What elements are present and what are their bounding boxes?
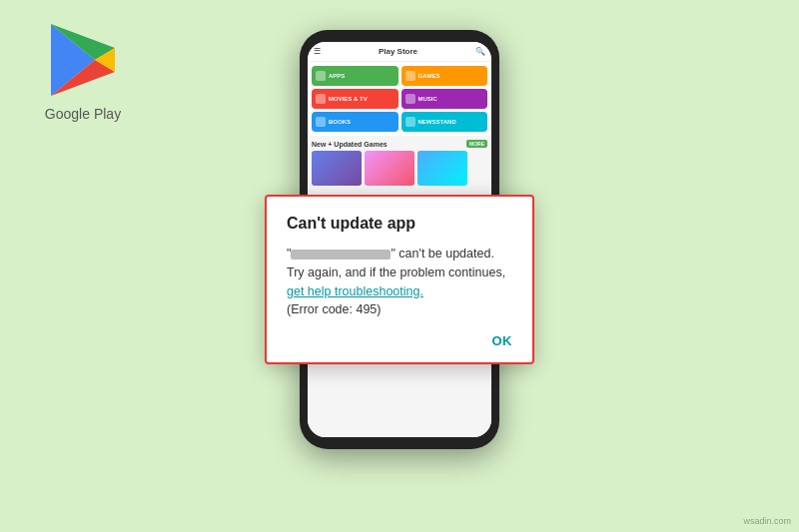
hamburger-icon: ☰ <box>314 47 321 56</box>
games-tile-label: GAMES <box>418 73 440 79</box>
newsstand-tile[interactable]: NEWSSTAND <box>401 112 488 132</box>
game-thumbnails <box>312 151 487 186</box>
more-button[interactable]: MORE <box>466 140 487 148</box>
movies-tile-icon <box>316 94 326 104</box>
error-code: (Error code: 495) <box>287 302 381 316</box>
music-tile-label: MUSIC <box>418 96 437 102</box>
books-tile-icon <box>316 117 326 127</box>
newsstand-tile-label: NEWSSTAND <box>418 119 456 125</box>
game-thumb-3 <box>417 151 467 186</box>
books-tile[interactable]: BOOKS <box>312 112 399 132</box>
google-play-label: Google Play <box>45 106 121 122</box>
dialog-title: Can't update app <box>287 215 512 233</box>
movies-tile-label: MOVIES & TV <box>329 96 368 102</box>
music-tile[interactable]: MUSIC <box>401 89 488 109</box>
dialog-actions: OK <box>287 333 512 348</box>
new-games-title: New + Updated Games <box>312 141 388 148</box>
books-tile-label: BOOKS <box>329 119 351 125</box>
game-thumb-2 <box>365 151 414 186</box>
movies-tile[interactable]: MOVIES & TV <box>312 89 399 109</box>
dialog-body: "" can't be updated. Try again, and if t… <box>287 245 512 319</box>
app-name-placeholder <box>291 250 391 260</box>
apps-tile-icon <box>316 71 326 81</box>
new-games-header: New + Updated Games MORE <box>312 140 487 148</box>
search-icon: 🔍 <box>475 47 485 56</box>
apps-tile[interactable]: APPS <box>312 66 399 86</box>
error-dialog: Can't update app "" can't be updated. Tr… <box>265 195 534 364</box>
play-store-icon <box>43 20 123 100</box>
game-thumb-1 <box>312 151 362 186</box>
newsstand-tile-icon <box>405 117 415 127</box>
troubleshooting-link[interactable]: get help troubleshooting. <box>287 284 423 298</box>
games-tile-icon <box>405 71 415 81</box>
ok-button[interactable]: OK <box>492 333 513 348</box>
play-store-header: ☰ Play Store 🔍 <box>308 42 491 62</box>
store-tiles-grid: APPS GAMES MOVIES & TV MUSIC BOOKS NEWSS… <box>308 62 491 136</box>
games-tile[interactable]: GAMES <box>401 66 488 86</box>
play-store-title: Play Store <box>379 47 417 56</box>
music-tile-icon <box>405 94 415 104</box>
apps-tile-label: APPS <box>329 73 345 79</box>
watermark: wsadin.com <box>743 516 791 526</box>
google-play-logo: Google Play <box>18 20 148 122</box>
